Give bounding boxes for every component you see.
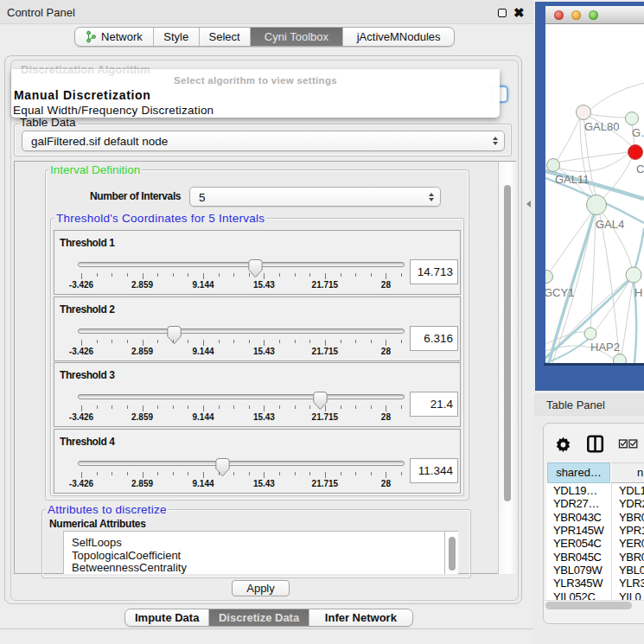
svg-text:GAL11: GAL11 [555,173,590,186]
svg-text:H: H [634,286,642,299]
svg-text:G…: G… [632,126,644,139]
svg-text:GAL4: GAL4 [596,218,624,231]
svg-text:C: C [636,163,644,175]
svg-text:HAP2: HAP2 [590,341,620,354]
svg-text:GCY1: GCY1 [545,286,574,299]
svg-text:GAL80: GAL80 [584,120,619,133]
